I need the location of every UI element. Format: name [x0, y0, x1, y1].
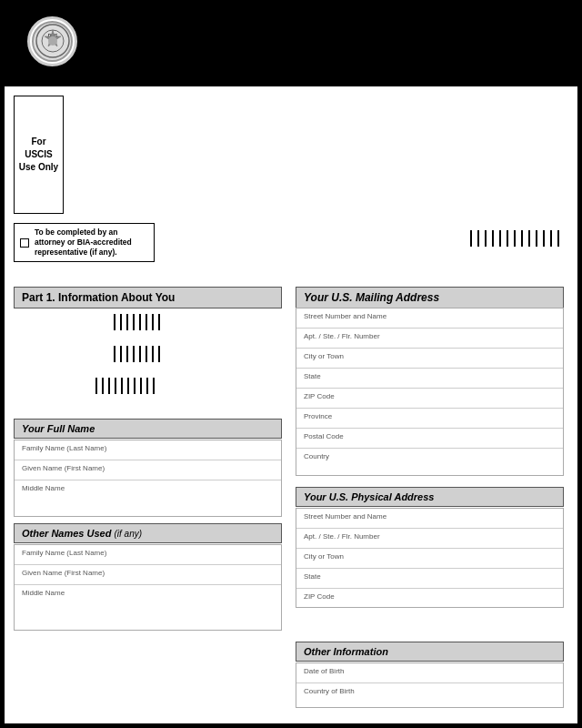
svg-point-4 — [48, 36, 57, 46]
given-name-label: Given Name (First Name) — [18, 462, 108, 478]
physical-header-text: Your U.S. Physical Address — [304, 491, 434, 502]
content-area: For USCIS Use Only To be completed by an… — [0, 82, 582, 728]
physical-apt-label: Apt. / Ste. / Flr. Number — [300, 531, 384, 546]
part1-header-text: Part 1. Information About You — [22, 291, 175, 304]
tick-mark — [95, 378, 97, 394]
name-fields-area: Family Name (Last Name) Given Name (Firs… — [14, 440, 282, 517]
mailing-zip-label: ZIP Code — [300, 390, 338, 406]
mailing-street-row[interactable]: Street Number and Name — [296, 308, 563, 329]
tick-mark — [557, 230, 559, 247]
middle-name-label: Middle Name — [18, 482, 68, 499]
tick-mark — [126, 314, 128, 330]
tick-mark — [528, 230, 530, 247]
attorney-label: To be completed by an attorney or BIA-ac… — [35, 228, 148, 258]
tick-mark — [114, 346, 115, 362]
physical-street-row[interactable]: Street Number and Name — [296, 509, 563, 529]
tick-mark — [477, 230, 479, 247]
mailing-header-text: Your U.S. Mailing Address — [304, 291, 439, 304]
tick-mark — [120, 346, 122, 362]
attorney-box: To be completed by an attorney or BIA-ac… — [14, 223, 155, 262]
tick-mark — [536, 230, 537, 247]
tick-mark — [153, 378, 155, 394]
tick-row-1 — [114, 314, 160, 330]
tick-mark — [146, 314, 147, 330]
uscis-use-only-box: For USCIS Use Only — [14, 96, 64, 214]
dhs-seal: DHS — [27, 16, 77, 66]
tick-mark — [514, 230, 516, 247]
tick-mark — [133, 346, 135, 362]
other-information-header: Other Information — [296, 642, 564, 662]
mailing-postal-row[interactable]: Postal Code — [296, 429, 563, 449]
seal-inner: DHS — [32, 21, 73, 62]
physical-city-row[interactable]: City or Town — [296, 549, 563, 569]
tick-row-3 — [95, 378, 155, 394]
physical-address-fields-area: Street Number and Name Apt. / Ste. / Flr… — [296, 508, 564, 608]
mailing-country-row[interactable]: Country — [296, 449, 563, 469]
part1-header: Part 1. Information About You — [14, 287, 282, 308]
country-birth-label: Country of Birth — [300, 685, 358, 702]
mailing-state-label: State — [300, 370, 325, 386]
other-names-qualifier: (if any) — [115, 529, 143, 539]
tick-mark — [543, 230, 545, 247]
mailing-state-row[interactable]: State — [296, 369, 563, 389]
tick-row-2 — [114, 346, 160, 362]
mailing-country-label: Country — [300, 450, 333, 467]
middle-name-field-row[interactable]: Middle Name — [15, 480, 281, 500]
tick-mark — [507, 230, 508, 247]
top-bar: DHS — [0, 0, 582, 82]
dob-label: Date of Birth — [300, 665, 347, 681]
mailing-province-label: Province — [300, 410, 336, 426]
physical-state-label: State — [300, 571, 325, 586]
tick-mark — [158, 314, 160, 330]
tick-mark — [127, 378, 129, 394]
tick-mark — [485, 230, 487, 247]
other-name-field-row-1[interactable]: Family Name (Last Name) — [15, 545, 281, 565]
other-name-label-2: Given Name (First Name) — [18, 567, 108, 582]
tick-mark — [470, 230, 472, 247]
other-names-fields-area: Family Name (Last Name) Given Name (Firs… — [14, 544, 282, 631]
physical-zip-row[interactable]: ZIP Code — [296, 589, 563, 609]
tick-mark — [152, 346, 154, 362]
given-name-field-row[interactable]: Given Name (First Name) — [15, 460, 281, 480]
mailing-street-label: Street Number and Name — [300, 310, 390, 326]
tick-mark — [134, 378, 135, 394]
tick-mark — [521, 230, 523, 247]
mailing-city-row[interactable]: City or Town — [296, 349, 563, 369]
other-name-field-row-2[interactable]: Given Name (First Name) — [15, 565, 281, 585]
family-name-field-row[interactable]: Family Name (Last Name) — [15, 440, 281, 460]
tick-mark — [133, 314, 135, 330]
tick-mark — [114, 314, 115, 330]
tick-mark — [126, 346, 128, 362]
physical-apt-row[interactable]: Apt. / Ste. / Flr. Number — [296, 529, 563, 549]
dob-row[interactable]: Date of Birth — [296, 663, 563, 683]
uscis-use-only-label: For USCIS Use Only — [18, 136, 59, 174]
mailing-city-label: City or Town — [300, 350, 347, 366]
physical-zip-label: ZIP Code — [300, 591, 338, 607]
physical-state-row[interactable]: State — [296, 569, 563, 589]
physical-street-label: Street Number and Name — [300, 511, 390, 526]
mailing-postal-label: Postal Code — [300, 430, 347, 446]
other-name-label-1: Family Name (Last Name) — [18, 547, 110, 562]
mailing-address-fields-area: Street Number and Name Apt. / Ste. / Flr… — [296, 308, 564, 476]
tick-mark — [158, 346, 160, 362]
page: DHS For USCIS Use Only To be completed b… — [0, 0, 582, 728]
mailing-zip-row[interactable]: ZIP Code — [296, 389, 563, 409]
mailing-province-row[interactable]: Province — [296, 409, 563, 429]
other-name-field-row-3[interactable]: Middle Name — [15, 585, 281, 605]
country-birth-row[interactable]: Country of Birth — [296, 683, 563, 703]
physical-address-header: Your U.S. Physical Address — [296, 487, 564, 507]
other-information-fields-area: Date of Birth Country of Birth — [296, 662, 564, 708]
family-name-label: Family Name (Last Name) — [18, 442, 110, 458]
tick-mark — [115, 378, 116, 394]
tick-mark — [139, 314, 141, 330]
tick-mark — [152, 314, 154, 330]
attorney-checkbox[interactable] — [20, 238, 29, 248]
tick-mark — [108, 378, 110, 394]
tick-mark — [499, 230, 501, 247]
other-name-label-3: Middle Name — [18, 587, 68, 603]
other-names-header: Other Names Used (if any) — [14, 523, 282, 543]
other-names-label: Other Names Used — [22, 528, 111, 539]
your-name-label: Your Full Name — [22, 423, 95, 434]
physical-city-label: City or Town — [300, 551, 347, 566]
mailing-apt-row[interactable]: Apt. / Ste. / Flr. Number — [296, 329, 563, 349]
